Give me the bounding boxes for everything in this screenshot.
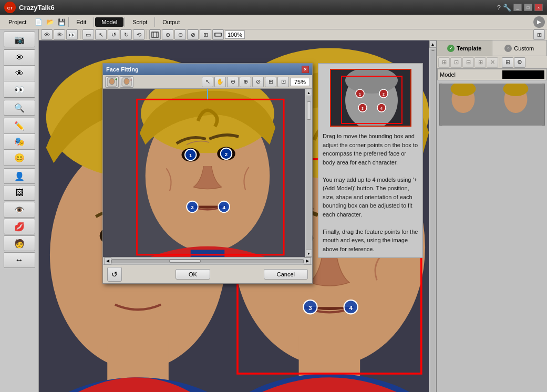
canvas-vscrollbar[interactable]: ▲ ▼ [429, 40, 436, 392]
reset-button[interactable]: ↺ [107, 267, 122, 282]
toolbar-sep-2 [147, 30, 147, 39]
dialog-close-button[interactable]: × [302, 66, 309, 73]
dialog-hscroll-thumb[interactable] [169, 260, 201, 263]
svg-text:2: 2 [383, 92, 385, 96]
tool-eye3[interactable]: 👀 [66, 29, 78, 40]
settings-icon[interactable]: 🔧 [503, 4, 511, 12]
dialog-hscroll-left[interactable]: ◀ [104, 257, 111, 265]
character-thumbnail[interactable] [439, 84, 545, 126]
right-tool-2[interactable]: ⊡ [450, 57, 462, 68]
right-tool-display[interactable]: ⊞ [502, 57, 513, 68]
menu-output[interactable]: Output [156, 17, 186, 27]
dialog-vscroll-up[interactable]: ▲ [306, 89, 312, 96]
custom-tab-icon: ○ [504, 45, 512, 52]
right-sub-toolbar: ⊞ ⊡ ⊟ ⊞ ✕ ⊞ ⚙ [437, 56, 547, 69]
sidebar-btn-search[interactable]: 🔍 [4, 100, 35, 116]
cancel-button[interactable]: Cancel [264, 269, 308, 280]
maximize-button[interactable]: □ [524, 4, 532, 11]
tool-zoom-in[interactable]: ⊕ [162, 29, 173, 40]
dialog-hscroll[interactable]: ◀ ▶ [103, 257, 312, 264]
right-tool-1[interactable]: ⊞ [438, 57, 450, 68]
dialog-hscroll-right[interactable]: ▶ [304, 257, 311, 265]
scroll-up-arrow[interactable]: ▲ [429, 40, 437, 48]
open-icon[interactable]: 📂 [44, 16, 56, 28]
svg-point-36 [109, 78, 115, 85]
dialog-fit[interactable]: ⊘ [252, 77, 264, 87]
tool-cursor[interactable]: ↖ [95, 29, 107, 40]
dialog-cursor[interactable]: ↖ [202, 77, 213, 87]
sidebar-btn-camera[interactable]: 📷 [4, 32, 35, 47]
sidebar-btn-edit[interactable]: ✏️ [4, 118, 35, 134]
dialog-measure[interactable]: ⊡ [277, 77, 289, 87]
window-controls: _ □ × [513, 4, 543, 11]
right-tool-settings[interactable]: ⚙ [514, 57, 525, 68]
sidebar-btn-mouth[interactable]: 💋 [4, 219, 35, 234]
dialog-vscroll-track [306, 96, 312, 250]
close-button[interactable]: × [534, 4, 543, 11]
sidebar-btn-face[interactable]: 🎭 [4, 134, 35, 150]
tool-eye[interactable]: 👁 [41, 29, 53, 40]
right-sep [500, 58, 500, 67]
new-icon[interactable]: 📄 [33, 16, 44, 28]
vscroll-thumb[interactable] [431, 50, 435, 51]
menu-bar: Project 📄 📂 💾 Edit Model Script Output ▶ [0, 15, 547, 29]
app-title: CrazyTalk6 [19, 4, 497, 12]
sidebar-btn-head[interactable]: 🧑 [4, 235, 35, 251]
tool-eye2[interactable]: 👁 [54, 29, 65, 40]
save-icon[interactable]: 💾 [56, 16, 67, 28]
template-tab-icon: ✓ [447, 45, 455, 52]
svg-text:3: 3 [308, 304, 312, 311]
right-tool-3[interactable]: ⊟ [462, 57, 474, 68]
dialog-vscroll-down[interactable]: ▼ [306, 250, 312, 257]
svg-text:3: 3 [362, 107, 364, 110]
app-logo: CT [4, 2, 16, 13]
tool-loop[interactable]: ⟲ [133, 29, 145, 40]
dialog-title-bar: Face Fitting × [103, 64, 312, 75]
tool-undo[interactable]: ↺ [108, 29, 119, 40]
tool-grid[interactable]: ⊞ [200, 29, 211, 40]
tool-select[interactable]: ▭ [82, 29, 94, 40]
dialog-vscroll[interactable]: ▲ ▼ [305, 89, 312, 257]
dialog-canvas[interactable]: 1 2 3 4 ▲ ▼ [103, 89, 312, 257]
sidebar-btn-eye2[interactable]: 👁 [4, 66, 35, 81]
right-content [437, 81, 547, 392]
face-fitting-dialog: Face Fitting × + − ↖ ✋ ⊖ [102, 63, 313, 284]
sidebar-btn-silhouette[interactable]: 👤 [4, 168, 35, 184]
right-tool-4[interactable]: ⊞ [474, 57, 486, 68]
dialog-grid[interactable]: ⊞ [265, 77, 276, 87]
dialog-face-svg: 1 2 3 4 [103, 89, 312, 257]
menu-script[interactable]: Script [126, 17, 153, 27]
tool-redo[interactable]: ↻ [120, 29, 132, 40]
sidebar-btn-eye1[interactable]: 👁 [4, 50, 35, 66]
tool-measure[interactable] [212, 29, 224, 40]
menu-edit[interactable]: Edit [70, 17, 92, 27]
minimize-button[interactable]: _ [513, 4, 522, 11]
dialog-hand[interactable]: ✋ [214, 77, 226, 87]
dialog-zoom-out[interactable]: ⊖ [227, 77, 239, 87]
tool-expand[interactable]: ⊞ [533, 29, 545, 40]
ok-button[interactable]: OK [176, 269, 210, 280]
menu-project[interactable]: Project [2, 17, 33, 27]
output-icon[interactable]: ▶ [533, 16, 545, 28]
dialog-add-model[interactable]: + [105, 76, 119, 88]
svg-text:4: 4 [349, 304, 353, 311]
right-panel: ✓ Template ○ Custom ⊞ ⊡ ⊟ ⊞ ✕ ⊞ [437, 40, 547, 392]
tab-custom[interactable]: ○ Custom [492, 40, 548, 56]
menu-model[interactable]: Model [95, 17, 123, 27]
zoom-level: 100% [225, 30, 245, 39]
sidebar-btn-eye3[interactable]: 👀 [4, 81, 35, 97]
tool-frame[interactable] [149, 29, 161, 40]
tab-template[interactable]: ✓ Template [437, 40, 492, 56]
help-icon[interactable]: ? [497, 4, 501, 12]
tool-zoom-out[interactable]: ⊖ [174, 29, 186, 40]
sidebar-btn-smile[interactable]: 😊 [4, 150, 35, 166]
dialog-remove-model[interactable]: − [120, 76, 133, 88]
dialog-vscroll-thumb[interactable] [307, 101, 311, 120]
menu-separator-4 [154, 17, 155, 27]
dialog-zoom-in[interactable]: ⊕ [240, 77, 251, 87]
tool-fit[interactable]: ⊘ [187, 29, 199, 40]
sidebar-btn-eye-full[interactable]: 👁️ [4, 202, 35, 218]
sidebar-btn-portrait[interactable]: 🖼 [4, 185, 35, 201]
sidebar-btn-arrows[interactable]: ↔ [4, 252, 35, 268]
right-tool-delete[interactable]: ✕ [487, 57, 498, 68]
